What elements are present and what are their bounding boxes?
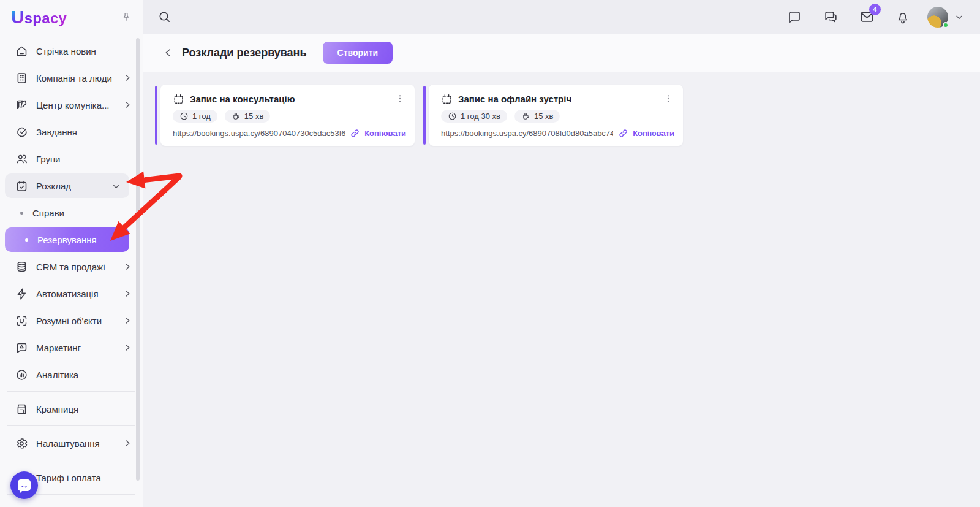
booking-card: Запис на офлайн зустріч 1 год 30 хв 15 х… <box>423 85 683 146</box>
bullet-icon <box>25 238 28 242</box>
bullet-icon <box>20 212 23 215</box>
sidebar-item-smart-objects[interactable]: Розумні об'єкти <box>0 307 143 334</box>
bell-icon <box>895 10 910 25</box>
groups-icon <box>15 152 28 166</box>
copy-link-button[interactable]: Копіювати <box>618 128 674 139</box>
comment-button[interactable] <box>786 9 802 25</box>
crm-database-icon <box>15 260 28 273</box>
sidebar-header: Uspacy <box>0 0 143 34</box>
copy-link-button[interactable]: Копіювати <box>350 128 406 139</box>
booking-url: https://bookings.uspa.cy/68907040730c5da… <box>173 129 345 138</box>
chevron-right-icon <box>123 262 132 271</box>
home-icon <box>15 44 28 58</box>
sidebar-item-tasks[interactable]: Завдання <box>0 118 143 145</box>
duration-value: 1 год 30 хв <box>461 112 500 121</box>
sidebar-item-label: Маркетинг <box>36 343 81 353</box>
sidebar-item-groups[interactable]: Групи <box>0 145 143 172</box>
uspacy-logo[interactable]: Uspacy <box>11 8 67 26</box>
card-chips-row: 1 год 30 хв 15 хв <box>441 110 674 123</box>
app-root: Uspacy Стрічка новин Компанія та люди Це… <box>0 0 980 507</box>
sidebar-item-schedule[interactable]: Розклад <box>5 173 129 198</box>
communication-icon <box>15 98 28 112</box>
cup-icon <box>521 112 530 121</box>
chevron-right-icon <box>123 316 132 325</box>
sidebar-item-label: Крамниця <box>36 404 78 414</box>
sidebar-item-label: Центр комуніка... <box>36 100 110 110</box>
chevron-right-icon <box>123 439 132 448</box>
card-title-row: Запис на консультацію <box>173 93 406 105</box>
sidebar-scrollbar[interactable] <box>136 38 140 481</box>
booking-card-body[interactable]: Запис на офлайн зустріч 1 год 30 хв 15 х… <box>429 85 683 146</box>
marketing-icon <box>15 341 28 354</box>
messenger-button[interactable] <box>823 9 839 25</box>
clock-icon <box>179 112 189 121</box>
sidebar-item-automation[interactable]: Автоматизація <box>0 280 143 307</box>
logo-u-glyph: U <box>11 8 24 26</box>
duration-value: 1 год <box>192 112 211 121</box>
buffer-value: 15 хв <box>534 112 553 121</box>
buffer-chip: 15 хв <box>514 110 560 123</box>
chevron-down-icon <box>954 12 964 22</box>
support-chat-launcher[interactable] <box>10 471 38 499</box>
main-area: 4 Розклади резервувань Створити <box>143 0 980 507</box>
sidebar-item-crm-sales[interactable]: CRM та продажі <box>0 253 143 280</box>
chevron-right-icon <box>123 289 132 298</box>
profile-menu[interactable] <box>927 7 964 28</box>
sidebar-item-company-people[interactable]: Компанія та люди <box>0 64 143 91</box>
sidebar-item-label: Тариф і оплата <box>36 473 101 483</box>
sidebar-item-label: Групи <box>36 154 60 164</box>
search-button[interactable] <box>156 9 172 25</box>
sidebar-divider <box>7 391 135 392</box>
buffer-value: 15 хв <box>244 112 263 121</box>
avatar <box>927 7 948 28</box>
page-title: Розклади резервувань <box>182 47 307 59</box>
link-icon <box>350 128 360 139</box>
copy-link-label: Копіювати <box>364 129 406 138</box>
sidebar-item-label: Завдання <box>36 127 77 137</box>
sidebar: Uspacy Стрічка новин Компанія та люди Це… <box>0 0 143 507</box>
sidebar-item-label: Справи <box>32 208 64 218</box>
sidebar-item-label: Резервування <box>37 235 97 245</box>
copy-link-label: Копіювати <box>633 129 674 138</box>
online-status-dot <box>943 22 949 28</box>
back-button[interactable] <box>161 45 176 60</box>
sidebar-item-activities[interactable]: Справи <box>0 199 143 226</box>
kebab-menu-icon[interactable] <box>662 93 674 105</box>
analytics-icon <box>15 368 28 381</box>
comment-icon <box>787 10 802 25</box>
logo-text: spacy <box>24 11 67 26</box>
card-url-row: https://bookings.uspa.cy/6890708fd0d80a5… <box>441 128 674 139</box>
mail-button[interactable]: 4 <box>859 9 875 25</box>
kebab-menu-icon[interactable] <box>394 93 406 105</box>
booking-url: https://bookings.uspa.cy/6890708fd0d80a5… <box>441 129 613 138</box>
card-title: Запис на консультацію <box>190 94 295 104</box>
booking-card: Запис на консультацію 1 год 15 хв <box>155 85 415 146</box>
smart-objects-icon <box>15 314 28 327</box>
pin-sidebar-button[interactable] <box>119 10 133 24</box>
sidebar-item-analytics[interactable]: Аналітика <box>0 361 143 388</box>
booking-card-body[interactable]: Запис на консультацію 1 год 15 хв <box>160 85 415 146</box>
notifications-button[interactable] <box>895 9 911 25</box>
create-button[interactable]: Створити <box>323 42 393 64</box>
sidebar-item-store[interactable]: Крамниця <box>0 395 143 422</box>
building-icon <box>15 71 28 85</box>
automation-bolt-icon <box>15 287 28 300</box>
sidebar-item-marketing[interactable]: Маркетинг <box>0 334 143 361</box>
clock-icon <box>448 112 457 121</box>
card-title: Запис на офлайн зустріч <box>458 94 571 104</box>
content-area: Запис на консультацію 1 год 15 хв <box>143 72 980 507</box>
sidebar-item-news-feed[interactable]: Стрічка новин <box>0 37 143 64</box>
chevron-right-icon <box>123 101 132 109</box>
sidebar-divider <box>7 460 135 460</box>
sidebar-item-label: Розумні об'єкти <box>36 316 102 326</box>
card-url-row: https://bookings.uspa.cy/68907040730c5da… <box>173 128 406 139</box>
search-icon <box>157 10 172 24</box>
sidebar-item-settings[interactable]: Налаштування <box>0 430 143 457</box>
calendar-dashed-icon <box>173 93 184 105</box>
sidebar-item-communication-center[interactable]: Центр комуніка... <box>0 91 143 118</box>
sidebar-item-bookings[interactable]: Резервування <box>5 227 129 252</box>
chat-bubble-icon <box>18 479 31 491</box>
sidebar-item-label: Розклад <box>36 181 71 191</box>
card-accent-bar <box>423 86 426 145</box>
page-header: Розклади резервувань Створити <box>143 34 980 72</box>
